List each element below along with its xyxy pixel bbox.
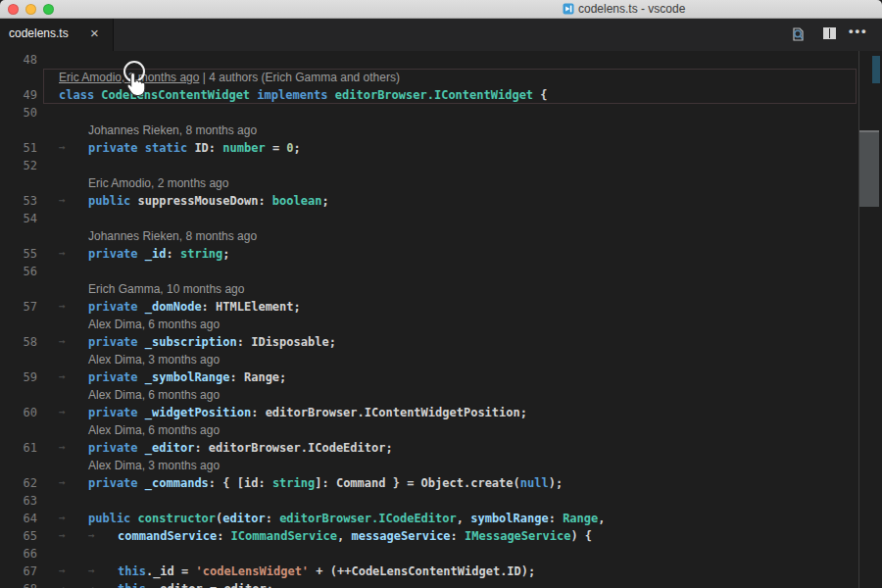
tab-codelens-ts[interactable]: codelens.ts ×: [0, 19, 114, 51]
line-number: 48: [0, 51, 37, 69]
codelens-row: Johannes Rieken, 8 months ago: [0, 227, 882, 245]
line-number: 51: [0, 139, 37, 157]
codelens-blame-link[interactable]: Johannes Rieken, 8 months ago: [88, 122, 257, 139]
codelens-row: Alex Dima, 6 months ago: [0, 421, 882, 439]
code-row: 62→private _commands: { [id: string]: Co…: [0, 474, 882, 492]
minimize-window-button[interactable]: [25, 4, 36, 15]
close-window-button[interactable]: [8, 4, 19, 15]
line-number: 64: [0, 510, 37, 527]
code-line-content[interactable]: private _commands: { [id: string]: Comma…: [88, 474, 563, 492]
line-number: 54: [0, 210, 37, 227]
code-row: 65→→commandService: ICommandService, mes…: [0, 527, 882, 545]
hand-cursor-icon: [124, 72, 148, 97]
codelens-blame-link[interactable]: Alex Dima, 6 months ago: [88, 421, 220, 439]
zoom-window-button[interactable]: [43, 4, 54, 15]
codelens-row: Alex Dima, 3 months ago: [0, 351, 882, 368]
codelens-blame-link[interactable]: Erich Gamma, 10 months ago: [88, 280, 244, 298]
code-row: 58→private _subscription: IDisposable;: [0, 333, 882, 351]
vscode-logo-icon: [563, 3, 574, 15]
window-title: codelens.ts - vscode: [578, 2, 685, 17]
open-preview-icon[interactable]: [790, 26, 808, 42]
split-editor-icon[interactable]: [821, 26, 839, 42]
code-row: 59→private _symbolRange: Range;: [0, 368, 882, 386]
codelens-row: Alex Dima, 3 months ago: [0, 457, 882, 474]
code-line-content[interactable]: public constructor(editor: editorBrowser…: [88, 510, 606, 527]
more-actions-icon[interactable]: •••: [849, 26, 866, 42]
vertical-scrollbar-thumb[interactable]: [859, 130, 879, 207]
codelens-blame-link[interactable]: Alex Dima, 3 months ago: [88, 457, 220, 474]
code-line-content[interactable]: private _editor: editorBrowser.ICodeEdit…: [88, 439, 393, 457]
code-row: 63: [0, 492, 882, 510]
code-row: 68→→this._editor = editor;: [0, 580, 882, 588]
codelens-row: Alex Dima, 6 months ago: [0, 316, 882, 333]
code-row: 50: [0, 104, 882, 122]
code-row: 67→→this._id = 'codeLensWidget' + (++Cod…: [0, 563, 882, 580]
line-number: 67: [0, 563, 37, 580]
tab-whitespace-arrow-icon: →: [59, 563, 66, 580]
codelens-row: Erich Gamma, 10 months ago: [0, 280, 882, 298]
code-row: 52: [0, 157, 882, 174]
code-line-content[interactable]: commandService: ICommandService, message…: [118, 527, 592, 545]
code-row: 66: [0, 545, 882, 563]
code-line-content[interactable]: this._id = 'codeLensWidget' + (++CodeLen…: [118, 563, 535, 580]
tab-whitespace-arrow-icon: →: [59, 404, 66, 421]
codelens-blame-link[interactable]: Alex Dima, 3 months ago: [88, 351, 220, 368]
line-number: 62: [0, 474, 37, 492]
code-row: 54: [0, 210, 882, 227]
line-number: 68: [0, 580, 37, 588]
overview-ruler-mark: [872, 56, 880, 83]
tab-whitespace-arrow-icon: →: [59, 527, 66, 545]
code-line-content[interactable]: private _subscription: IDisposable;: [88, 333, 336, 351]
code-row: 61→private _editor: editorBrowser.ICodeE…: [0, 439, 882, 457]
line-number: 52: [0, 157, 37, 174]
tab-whitespace-arrow-icon: →: [59, 192, 66, 210]
line-number: 58: [0, 333, 37, 351]
code-line-content[interactable]: private static ID: number = 0;: [88, 139, 301, 157]
code-line-content[interactable]: public suppressMouseDown: boolean;: [88, 192, 329, 210]
tab-whitespace-arrow-icon: →: [59, 245, 66, 263]
code-row: 64→public constructor(editor: editorBrow…: [0, 510, 882, 527]
line-number: 65: [0, 527, 37, 545]
codelens-blame-link[interactable]: Alex Dima, 6 months ago: [88, 316, 220, 333]
editor-rows: 48Eric Amodio, 2 months ago | 4 authors …: [0, 51, 882, 588]
code-row: 55→private _id: string;: [0, 245, 882, 263]
line-number: 55: [0, 245, 37, 263]
code-row: 56: [0, 263, 882, 280]
code-line-content[interactable]: private _widgetPosition: editorBrowser.I…: [88, 404, 527, 421]
tab-whitespace-arrow-icon: →: [88, 527, 95, 545]
tab-whitespace-arrow-icon: →: [59, 139, 66, 157]
tab-whitespace-arrow-icon: →: [59, 298, 66, 316]
editor-pane: 48Eric Amodio, 2 months ago | 4 authors …: [0, 51, 882, 588]
codelens-blame-link[interactable]: Johannes Rieken, 8 months ago: [88, 227, 257, 245]
code-line-content[interactable]: private _id: string;: [88, 245, 230, 263]
code-line-content[interactable]: private _domNode: HTMLElement;: [88, 298, 301, 316]
tab-whitespace-arrow-icon: →: [59, 439, 66, 457]
tab-whitespace-arrow-icon: →: [59, 368, 66, 386]
tab-whitespace-arrow-icon: →: [59, 510, 66, 527]
code-row: 57→private _domNode: HTMLElement;: [0, 298, 882, 316]
code-line-content[interactable]: private _symbolRange: Range;: [88, 368, 286, 386]
line-number: 66: [0, 545, 37, 563]
code-row: 51→private static ID: number = 0;: [0, 139, 882, 157]
title-bar: codelens.ts - vscode: [0, 0, 882, 19]
line-number: 56: [0, 263, 37, 280]
tab-whitespace-arrow-icon: →: [88, 580, 95, 588]
code-row: 60→private _widgetPosition: editorBrowse…: [0, 404, 882, 421]
code-line-content[interactable]: this._editor = editor;: [118, 580, 273, 588]
codelens-row: Johannes Rieken, 8 months ago: [0, 122, 882, 139]
tab-bar: codelens.ts × •••: [0, 19, 882, 51]
tab-label: codelens.ts: [9, 26, 69, 40]
line-number: 61: [0, 439, 37, 457]
codelens-blame-link[interactable]: Alex Dima, 6 months ago: [88, 386, 220, 404]
line-number: 53: [0, 192, 37, 210]
vscode-window: codelens.ts - vscode codelens.ts × ••• 4…: [0, 0, 882, 588]
line-number: 49: [0, 86, 37, 104]
line-number: 59: [0, 368, 37, 386]
tab-close-icon[interactable]: ×: [90, 24, 99, 41]
line-number: 50: [0, 104, 37, 122]
line-number: 63: [0, 492, 37, 510]
tab-whitespace-arrow-icon: →: [88, 563, 95, 580]
codelens-blame-link[interactable]: Eric Amodio, 2 months ago: [88, 174, 228, 192]
code-row: 53→public suppressMouseDown: boolean;: [0, 192, 882, 210]
codelens-row: Eric Amodio, 2 months ago: [0, 174, 882, 192]
